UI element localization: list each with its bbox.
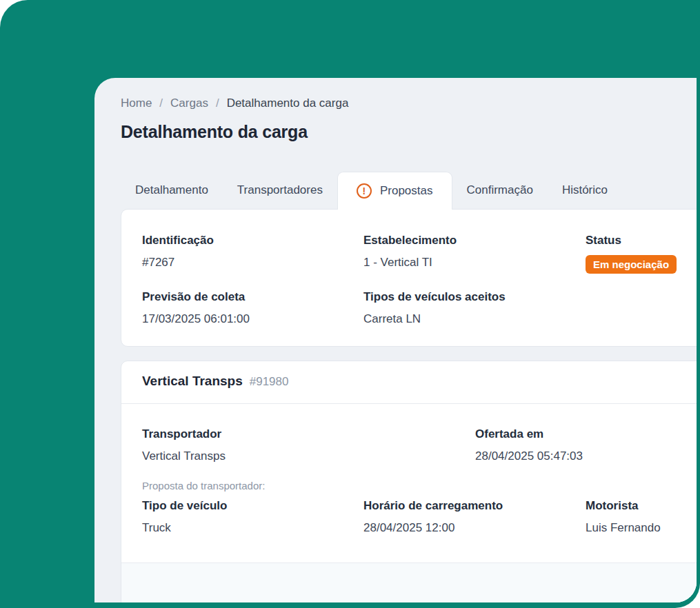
- tab-historico[interactable]: Histórico: [548, 172, 622, 209]
- tab-transportadores[interactable]: Transportadores: [223, 172, 337, 209]
- field-label: Tipo de veículo: [142, 498, 363, 513]
- field-status: Status Em negociação: [586, 233, 697, 274]
- field-motorista: Motorista Luis Fernando: [586, 498, 697, 535]
- page-title: Detalhamento da carga: [121, 121, 697, 142]
- field-label: Previsão de coleta: [142, 290, 363, 304]
- tab-label: Histórico: [562, 183, 608, 197]
- proposal-card-header: Vertical Transps #91980: [121, 361, 697, 404]
- breadcrumb-home[interactable]: Home: [121, 97, 152, 110]
- field-value: Vertical Transps: [142, 449, 475, 463]
- field-transportador: Transportador Vertical Transps: [142, 427, 475, 463]
- carrier-name: Vertical Transps: [142, 374, 243, 389]
- field-label: Ofertada em: [475, 427, 696, 441]
- field-value: Truck: [142, 520, 363, 535]
- empty-cell: [586, 290, 697, 326]
- field-value: #7267: [142, 255, 363, 270]
- field-value: 17/03/2025 06:01:00: [142, 312, 363, 326]
- content-panel: Home / Cargas / Detalhamento da carga De…: [94, 78, 697, 602]
- field-label: Motorista: [586, 498, 697, 513]
- field-label: Horário de carregamento: [363, 498, 586, 513]
- load-details-card: Identificação #7267 Estabelecimento 1 - …: [121, 209, 697, 347]
- proposal-row-details: Tipo de veículo Truck Horário de carrega…: [142, 498, 696, 535]
- breadcrumb: Home / Cargas / Detalhamento da carga: [121, 97, 697, 110]
- tab-label: Detalhamento: [135, 183, 208, 197]
- field-tipo-veiculo: Tipo de veículo Truck: [142, 498, 363, 535]
- field-tipos-veiculos: Tipos de veículos aceitos Carreta LN: [363, 290, 586, 326]
- field-previsao-coleta: Previsão de coleta 17/03/2025 06:01:00: [142, 290, 363, 326]
- page-content: Home / Cargas / Detalhamento da carga De…: [121, 78, 697, 602]
- tab-confirmacao[interactable]: Confirmação: [452, 172, 548, 209]
- breadcrumb-separator: /: [216, 97, 219, 110]
- proposal-card-footer: [121, 563, 697, 602]
- tab-bar: Detalhamento Transportadores ! Propostas…: [121, 171, 697, 209]
- field-value: 28/04/2025 05:47:03: [475, 449, 696, 463]
- field-value: Carreta LN: [363, 312, 586, 326]
- proposal-id: #91980: [250, 375, 289, 389]
- field-ofertada-em: Ofertada em 28/04/2025 05:47:03: [475, 427, 696, 463]
- app-frame: Home / Cargas / Detalhamento da carga De…: [0, 0, 700, 608]
- alert-glyph: !: [363, 186, 366, 196]
- load-details-grid: Identificação #7267 Estabelecimento 1 - …: [142, 233, 696, 326]
- proposal-section-label: Proposta do transportador:: [142, 480, 696, 492]
- field-label: Identificação: [142, 233, 363, 247]
- tab-propostas[interactable]: ! Propostas: [337, 172, 452, 210]
- field-estabelecimento: Estabelecimento 1 - Vertical TI: [363, 233, 586, 274]
- status-badge: Em negociação: [586, 255, 677, 274]
- field-horario-carregamento: Horário de carregamento 28/04/2025 12:00: [363, 498, 586, 535]
- field-label: Status: [586, 233, 697, 247]
- field-value: 1 - Vertical TI: [363, 255, 586, 270]
- field-identificacao: Identificação #7267: [142, 233, 363, 274]
- tab-label: Propostas: [380, 184, 433, 198]
- proposal-card-body: Transportador Vertical Transps Ofertada …: [121, 404, 697, 563]
- tab-detalhamento[interactable]: Detalhamento: [121, 172, 223, 209]
- field-value: Luis Fernando: [586, 520, 697, 535]
- proposal-card: Vertical Transps #91980 Transportador Ve…: [121, 361, 697, 602]
- tab-label: Transportadores: [237, 183, 323, 197]
- field-label: Transportador: [142, 427, 475, 441]
- alert-circle-icon: !: [357, 183, 372, 199]
- breadcrumb-current: Detalhamento da carga: [227, 97, 349, 110]
- tab-label: Confirmação: [467, 183, 533, 197]
- field-label: Tipos de veículos aceitos: [363, 290, 586, 304]
- field-label: Estabelecimento: [363, 233, 586, 247]
- proposal-row-carrier: Transportador Vertical Transps Ofertada …: [142, 427, 696, 463]
- breadcrumb-cargas[interactable]: Cargas: [170, 97, 208, 110]
- field-value: 28/04/2025 12:00: [363, 520, 586, 535]
- breadcrumb-separator: /: [159, 97, 163, 110]
